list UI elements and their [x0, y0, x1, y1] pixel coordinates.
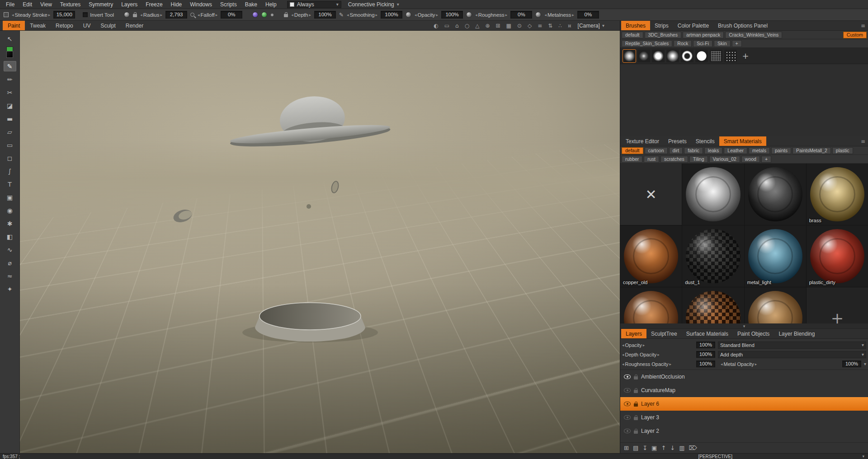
swap-axis-icon[interactable]: ∴ [558, 23, 562, 29]
ruler-icon[interactable]: ⊙ [517, 23, 522, 29]
mat-cat-metals[interactable]: metals [749, 147, 770, 154]
tab-paint-objects[interactable]: Paint Objects [733, 329, 774, 338]
diameter-tool-icon[interactable]: ⌀ [4, 258, 16, 268]
mat-cat-paintsmetall-2[interactable]: PaintsMetall_2 [793, 147, 831, 154]
mat-cat-plastic[interactable]: plastic [832, 147, 853, 154]
smudge-tool-icon[interactable]: ≈ [4, 271, 16, 281]
tab-brushes[interactable]: Brushes [621, 21, 650, 30]
radius-pressure-icon[interactable] [124, 12, 130, 18]
mat-cat-cartoon[interactable]: cartoon [645, 147, 668, 154]
material-item-checker-copper[interactable] [682, 287, 744, 323]
import-layer-icon[interactable]: ↧ [642, 445, 647, 451]
brush-tip-medium[interactable] [652, 50, 665, 62]
falloff-value[interactable]: 0% [221, 11, 242, 19]
tab-tweak[interactable]: Tweak [25, 21, 51, 30]
material-item-dark-steel[interactable] [745, 164, 806, 225]
tab-paint[interactable]: Paint [3, 21, 25, 30]
falloff-profile-icon[interactable] [261, 12, 267, 18]
layer-row-layer-1[interactable]: Layer 1 [620, 438, 868, 442]
lock-icon[interactable] [634, 376, 638, 379]
menu-hide[interactable]: Hide [167, 0, 186, 9]
brush-cat-artman-penpack[interactable]: artman penpack [683, 32, 724, 38]
tab-strips[interactable]: Strips [650, 21, 673, 30]
roughness-value[interactable]: 0% [510, 11, 532, 19]
add-layer-icon[interactable]: ⊞ [624, 445, 629, 451]
visibility-eye-icon[interactable] [624, 388, 631, 393]
spline-tool-icon[interactable]: ∫ [4, 166, 16, 176]
rect-tool-icon[interactable]: ▭ [4, 140, 16, 150]
menu-freeze[interactable]: Freeze [142, 0, 166, 9]
menu-textures[interactable]: Textures [56, 0, 85, 9]
material-item-tan[interactable] [745, 287, 806, 323]
visibility-eye-icon[interactable] [624, 415, 631, 420]
brush-tip-soft-2[interactable] [637, 50, 650, 62]
brush-tip-ring[interactable] [681, 50, 693, 62]
eye-tool-icon[interactable]: ◉ [4, 205, 16, 215]
camera-select[interactable]: [Camera] ▾ [578, 21, 604, 30]
pencil-tool-icon[interactable]: ✏ [4, 74, 16, 84]
metal-opacity-value[interactable]: 100% [842, 361, 861, 367]
brush-tip-wide-soft[interactable] [666, 50, 679, 62]
duplicate-layer-icon[interactable]: ▣ [651, 445, 657, 451]
layer-row-layer-3[interactable]: Layer 3 [620, 411, 868, 424]
material-none[interactable]: ✕ [620, 164, 682, 225]
mat-cat-add[interactable]: + [761, 156, 771, 163]
picking-mode-select[interactable]: Connective Picking ▾ [346, 1, 401, 8]
depth-blend-select[interactable]: Add depth ▾ [718, 351, 866, 358]
depth-value[interactable]: 100% [314, 11, 336, 19]
tab-stencils[interactable]: Stencils [691, 136, 719, 146]
radius-value[interactable]: 2,793 [165, 11, 187, 19]
menu-view[interactable]: View [36, 0, 56, 9]
pointer-tool-icon[interactable]: ↖ [4, 33, 16, 44]
falloff-dot-icon[interactable] [270, 13, 274, 17]
mat-cat-rust[interactable]: rust [644, 156, 659, 163]
sparkle-tool-icon[interactable]: ✦ [4, 284, 16, 294]
tab-surface-materials[interactable]: Surface Materials [682, 329, 733, 338]
panel-menu-icon[interactable]: ≡ [861, 23, 865, 29]
mat-cat-fabric[interactable]: fabric [684, 147, 703, 154]
menu-symmetry[interactable]: Symmetry [85, 0, 117, 9]
brush-cat-sci-fi[interactable]: Sci-Fi [693, 40, 712, 47]
scroll-more-icon[interactable]: ▾ [620, 323, 868, 329]
merge-layer-icon[interactable]: ▥ [679, 445, 684, 451]
material-item-plastic-dirty[interactable]: plastic_dirty [807, 225, 868, 287]
panel-menu-icon[interactable]: ≡ [861, 138, 865, 145]
layer-row-curvaturemap[interactable]: CurvatureMap [620, 384, 868, 397]
stamp-tool-icon[interactable]: ▣ [4, 192, 16, 202]
brush-cat-add[interactable]: + [732, 40, 742, 47]
viewport[interactable] [20, 31, 620, 453]
menu-layers[interactable]: Layers [117, 0, 142, 9]
lock-icon[interactable] [634, 390, 638, 393]
material-item-copper[interactable] [620, 287, 682, 323]
radius-lock-icon[interactable] [133, 14, 137, 17]
visibility-eye-icon[interactable] [624, 402, 631, 406]
triangle-mask-icon[interactable]: △ [475, 23, 479, 29]
add-brush-icon[interactable]: + [741, 51, 750, 61]
lock-icon[interactable] [634, 403, 638, 407]
mat-cat-leaks[interactable]: leaks [704, 147, 723, 154]
brush-cat-3dc-brushes[interactable]: 3DC_Brushes [645, 32, 681, 38]
roughness-spinner[interactable]: Roughness [475, 12, 507, 18]
mat-cat-tiling[interactable]: Tiling [689, 156, 708, 163]
cut-tool-icon[interactable]: ✂ [4, 87, 16, 98]
blend-mode-select[interactable]: Standard Blend ▾ [718, 342, 866, 349]
menu-edit[interactable]: Edit [19, 0, 36, 9]
falloff-spinner[interactable]: Falloff [198, 12, 217, 18]
menu-windows[interactable]: Windows [186, 0, 216, 9]
smoothing-value[interactable]: 100% [381, 11, 402, 19]
tab-render[interactable]: Render [121, 21, 148, 30]
rotate-view-icon[interactable]: ◇ [528, 23, 532, 29]
half-shade-tool-icon[interactable]: ◧ [4, 231, 16, 242]
grid-snap-icon[interactable]: ⊞ [496, 23, 500, 29]
layer-row-layer-2[interactable]: Layer 2 [620, 424, 868, 438]
tab-brush-options-panel[interactable]: Brush Options Panel [713, 21, 772, 30]
smoothing-pen-icon[interactable]: ✎ [339, 12, 344, 18]
color-swatch[interactable] [5, 47, 14, 58]
menu-scripts[interactable]: Scripts [216, 0, 241, 9]
menu-bake[interactable]: Bake [241, 0, 261, 9]
tab-layer-blending[interactable]: Layer Blending [774, 329, 819, 338]
tab-color-palette[interactable]: Color Palette [673, 21, 713, 30]
stroke-mode-icon[interactable] [4, 12, 9, 17]
layer-opacity-value[interactable]: 100% [696, 342, 715, 348]
tab-smart-materials[interactable]: Smart Materials [719, 136, 766, 146]
